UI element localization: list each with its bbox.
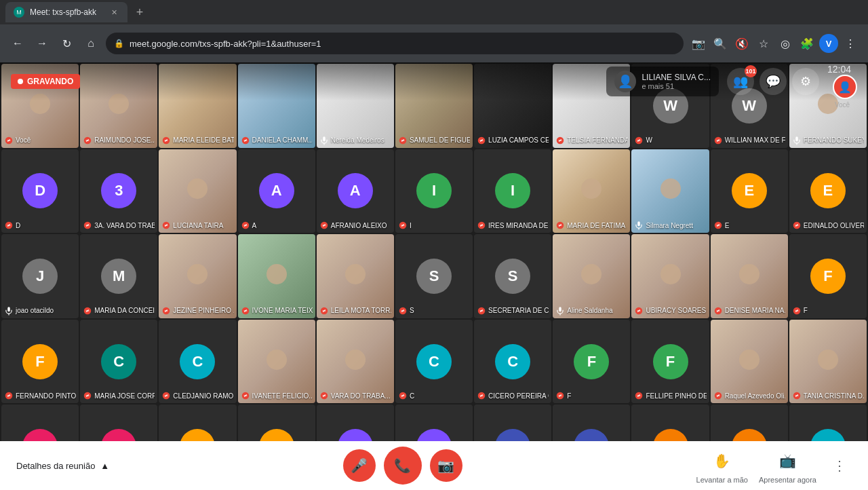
topbar-right: 👤 LILIANE SILVA C... e mais 51 👥 101 💬 ⚙… (606, 64, 857, 99)
name-text: CICERO PEREIRA C... (488, 392, 549, 400)
name-text: SECRETARIA DE C... (488, 307, 549, 314)
name-text: WILLIAN MAX DE F... (725, 136, 785, 144)
chat-btn[interactable]: 💬 (760, 68, 787, 95)
reload-btn[interactable]: ↻ (57, 34, 76, 53)
participant-name-label: Aline Saldanha (555, 306, 627, 316)
name-text: LUCIANA TAIRA (173, 222, 223, 229)
mic-off-icon (477, 221, 486, 230)
zoom-btn[interactable]: 🔍 (711, 34, 730, 53)
name-text: IRES MIRANDA DE ... (488, 222, 549, 229)
participant-cell: IVANETE FELICIO... (238, 320, 315, 404)
mic-off-icon (634, 306, 644, 316)
mic-on-icon (319, 136, 329, 145)
name-text: AFRANIO ALEIXO (331, 222, 387, 229)
name-text: MARIA DA CONCEI... (94, 307, 155, 314)
participant-name-label: Você (4, 136, 76, 145)
address-bar[interactable]: 🔒 meet.google.com/txs-spfb-akk?pli=1&aut… (106, 33, 684, 54)
mic-off-icon (83, 221, 92, 230)
bookmark-icon[interactable]: ☆ (754, 34, 773, 53)
name-text: S (410, 307, 414, 314)
participant-name-label: MARIA DE FATIMA ... (555, 221, 627, 230)
mic-off-icon (319, 221, 329, 230)
mic-off-icon (398, 221, 408, 230)
end-call-btn[interactable]: 📞 (384, 447, 422, 485)
mute-btn[interactable]: 🎤 (343, 449, 376, 482)
participant-cell: FF (789, 234, 867, 318)
name-text: JEZINE PINHEIRO ... (173, 307, 233, 314)
mic-off-icon (398, 136, 408, 145)
participant-cell: DENISE MARIA NA... (711, 234, 788, 318)
recording-label: GRAVANDO (27, 77, 73, 86)
recording-badge: GRAVANDO (11, 74, 80, 89)
name-text: FERNANDO SUKEY... (804, 136, 864, 144)
menu-btn[interactable]: ⋮ (841, 34, 860, 53)
profile-avatar: V (819, 34, 838, 53)
mic-off-icon (792, 221, 802, 230)
participant-name-label: FERNANDO SUKEY... (792, 136, 864, 145)
raise-hand-action[interactable]: ✋ Levantar a mão (696, 447, 748, 484)
name-text: EDINALDO OLIVER... (804, 222, 864, 229)
participant-cell: AA (238, 149, 315, 233)
participant-cell: FF (553, 320, 630, 404)
name-text: IVANETE FELICIO... (252, 392, 313, 400)
screen-share-icon[interactable]: 📷 (689, 34, 708, 53)
bottom-controls: 🎤 📞 📷 (343, 447, 462, 485)
participant-name-label: FERNANDO PINTO ... (4, 391, 76, 400)
participant-name-label: MARIA ELEIDE BAT... (161, 136, 233, 145)
name-text: LEILA MOTA TORR... (331, 307, 391, 314)
tab-favicon: M (14, 7, 24, 18)
participant-cell: VARA DO TRABA... (317, 320, 394, 404)
participant-name-label: F (792, 306, 864, 316)
chrome-icon[interactable]: ◎ (776, 34, 795, 53)
forward-btn[interactable]: → (33, 34, 52, 53)
tab-close-btn[interactable]: ✕ (108, 7, 119, 18)
activities-btn[interactable]: ⚙ (792, 68, 819, 95)
mute-icon[interactable]: 🔇 (732, 34, 751, 53)
mic-off-icon (713, 136, 723, 145)
participant-name-label: SAMUEL DE FIGUEI... (398, 136, 470, 145)
participant-name-label: DENISE MARIA NA... (713, 306, 785, 316)
mic-on-icon (792, 136, 802, 145)
raise-hand-icon: ✋ (709, 447, 736, 474)
home-btn[interactable]: ⌂ (81, 34, 100, 53)
speaker-avatar: 👤 (614, 71, 636, 92)
extensions-icon[interactable]: 🧩 (797, 34, 816, 53)
name-text: 3A. VARA DO TRAB... (94, 222, 155, 229)
participant-name-label: F (555, 391, 627, 400)
participant-name-label: VARA DO TRABA... (319, 391, 391, 400)
participant-name-label: IRES MIRANDA DE ... (477, 221, 549, 230)
name-text: F (804, 307, 808, 314)
meeting-info[interactable]: Detalhes da reunião ▲ (16, 461, 109, 471)
participant-cell: LEILA MOTA TORR... (317, 234, 394, 318)
mic-off-icon (792, 391, 802, 400)
speaker-extra: e mais 51 (642, 82, 711, 90)
new-tab-btn[interactable]: + (130, 3, 149, 22)
tab-bar: M Meet: txs-spfb-akk ✕ + (0, 0, 868, 24)
name-text: TELSIA FERNANDA... (567, 136, 627, 144)
name-text: C (410, 392, 414, 400)
more-options-btn[interactable]: ⋮ (827, 452, 852, 479)
participant-cell: EEDINALDO OLIVER... (789, 149, 867, 233)
time-text: 12:04 (827, 64, 851, 75)
participant-name-label: 3A. VARA DO TRAB... (83, 221, 155, 230)
mic-off-icon (161, 306, 171, 316)
meet-container: VocêRAIMUNDO JOSE...MARIA ELEIDE BAT...D… (0, 62, 868, 490)
participants-btn[interactable]: 👥 101 (727, 68, 754, 95)
you-label: Você (835, 101, 850, 109)
profile-icon[interactable]: V (819, 34, 838, 53)
mic-off-icon (241, 306, 250, 316)
back-btn[interactable]: ← (8, 34, 27, 53)
name-text: MARIA JOSE CORR... (94, 392, 155, 400)
meet-topbar: GRAVANDO 👤 LILIANE SILVA C... e mais 51 … (0, 62, 868, 100)
name-text: LUZIA CAMPOS CE... (488, 136, 549, 144)
mic-off-icon (713, 391, 723, 400)
camera-btn[interactable]: 📷 (430, 449, 462, 482)
active-tab[interactable]: M Meet: txs-spfb-akk ✕ (5, 2, 127, 22)
participant-name-label: FELLIPE PINHO DE... (634, 391, 706, 400)
mic-off-icon (555, 391, 565, 400)
participant-name-label: TANIA CRISTINA D... (792, 391, 864, 400)
present-action[interactable]: 📺 Apresentar agora (759, 447, 816, 484)
participant-cell: Silmara Negrett (631, 149, 709, 233)
name-text: Silmara Negrett (646, 222, 692, 229)
participant-cell: CC (395, 320, 473, 404)
